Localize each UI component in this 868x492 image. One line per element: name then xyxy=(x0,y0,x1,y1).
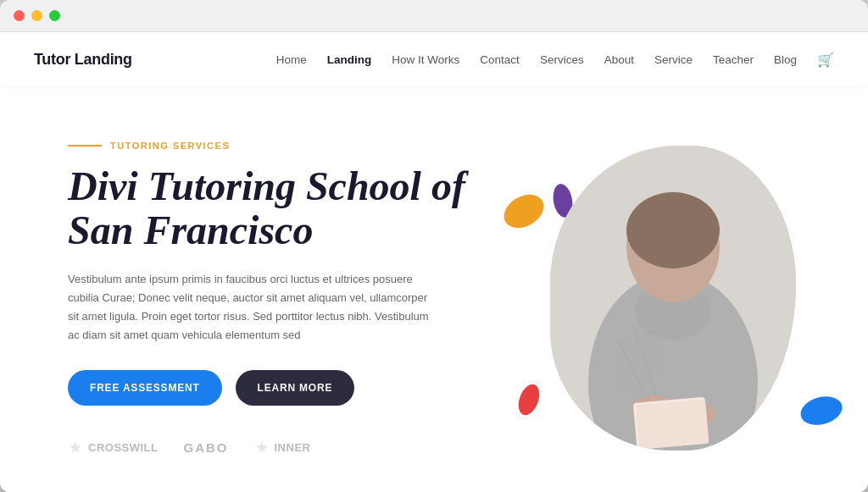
nav-item-cart[interactable]: 🛒 xyxy=(817,52,834,68)
navbar: Tutor Landing Home Landing How It Works … xyxy=(0,32,868,86)
brand-gabo: GABO xyxy=(184,440,229,455)
nav-item-landing[interactable]: Landing xyxy=(327,52,372,67)
person-image xyxy=(550,146,796,451)
nav-link-teacher[interactable]: Teacher xyxy=(713,53,754,66)
nav-links: Home Landing How It Works Contact Servic… xyxy=(276,52,834,68)
learn-more-button[interactable]: LEARN MORE xyxy=(236,370,355,406)
person-blob-container xyxy=(537,133,809,463)
cart-icon[interactable]: 🛒 xyxy=(817,53,834,67)
nav-link-services[interactable]: Services xyxy=(540,53,584,66)
hero-buttons: FREE ASSESSMENT LEARN MORE xyxy=(68,370,477,406)
nav-link-contact[interactable]: Contact xyxy=(480,53,520,66)
nav-link-about[interactable]: About xyxy=(604,53,634,66)
nav-link-service[interactable]: Service xyxy=(654,53,693,66)
brand-logos: CROSSWILL GABO INNER xyxy=(68,439,477,455)
crosswill-label: CROSSWILL xyxy=(88,441,159,454)
nav-link-home[interactable]: Home xyxy=(276,53,307,66)
nav-item-about[interactable]: About xyxy=(604,52,634,67)
nav-item-teacher[interactable]: Teacher xyxy=(713,52,754,67)
brand-crosswill: CROSSWILL xyxy=(68,439,159,455)
tutoring-services-label: TUTORING SERVICES xyxy=(110,141,230,151)
nav-item-contact[interactable]: Contact xyxy=(480,52,520,67)
hero-section: TUTORING SERVICES Divi Tutoring School o… xyxy=(0,86,868,492)
hero-title: Divi Tutoring School of San Francisco xyxy=(68,164,477,254)
maximize-button[interactable] xyxy=(49,10,60,21)
free-assessment-button[interactable]: FREE ASSESSMENT xyxy=(68,370,222,406)
svg-point-6 xyxy=(626,192,720,268)
svg-marker-1 xyxy=(255,441,267,453)
nav-item-home[interactable]: Home xyxy=(276,52,307,67)
label-line-decoration xyxy=(68,145,102,146)
person-svg xyxy=(550,146,796,451)
browser-chrome xyxy=(0,0,868,32)
nav-item-blog[interactable]: Blog xyxy=(774,52,797,67)
nav-item-services[interactable]: Services xyxy=(540,52,584,67)
nav-item-service[interactable]: Service xyxy=(654,52,693,67)
page-content: Tutor Landing Home Landing How It Works … xyxy=(0,32,868,492)
minimize-button[interactable] xyxy=(31,10,42,21)
brand-logo[interactable]: Tutor Landing xyxy=(34,51,132,69)
brand-inner: INNER xyxy=(254,439,311,455)
crosswill-icon xyxy=(68,439,83,455)
inner-label: INNER xyxy=(275,441,311,454)
hero-right xyxy=(477,86,868,492)
hero-description: Vestibulum ante ipsum primis in faucibus… xyxy=(68,270,432,345)
nav-link-landing[interactable]: Landing xyxy=(327,53,372,66)
browser-window: Tutor Landing Home Landing How It Works … xyxy=(0,0,868,492)
close-button[interactable] xyxy=(14,10,25,21)
nav-link-howitworks[interactable]: How It Works xyxy=(392,53,459,66)
inner-icon xyxy=(254,439,270,455)
hero-left: TUTORING SERVICES Divi Tutoring School o… xyxy=(0,86,477,492)
gabo-label: GABO xyxy=(184,440,229,455)
svg-marker-0 xyxy=(70,441,81,453)
svg-rect-10 xyxy=(636,399,709,449)
nav-link-blog[interactable]: Blog xyxy=(774,53,797,66)
tutoring-label-row: TUTORING SERVICES xyxy=(68,141,477,151)
nav-item-howitworks[interactable]: How It Works xyxy=(392,52,459,67)
